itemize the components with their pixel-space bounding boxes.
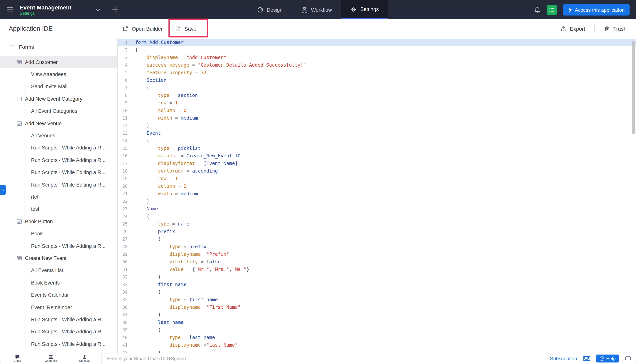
trash-button[interactable]: Trash: [604, 26, 626, 32]
code-line[interactable]: displayname ="Prefix": [132, 250, 635, 258]
code-line[interactable]: width = medium: [132, 190, 635, 198]
keyboard-icon[interactable]: [583, 356, 590, 361]
bell-icon[interactable]: [534, 6, 541, 13]
code-line[interactable]: type = prefix: [132, 243, 635, 250]
code-line[interactable]: displayname = "Add Customer": [132, 54, 635, 61]
tab-design[interactable]: Design: [248, 0, 292, 19]
code-line[interactable]: success message = "Customer Details Adde…: [132, 61, 635, 69]
hamburger-menu-icon[interactable]: [7, 7, 14, 12]
tab-settings[interactable]: Settings: [341, 0, 388, 19]
code-line[interactable]: ): [132, 349, 635, 353]
sidebar-item[interactable]: Run Scripts - While Adding a R...: [1, 338, 117, 350]
code-line[interactable]: last_name: [132, 318, 635, 326]
chevron-down-icon[interactable]: [95, 8, 100, 11]
code-editor[interactable]: 1234567891011121314151617181920212223242…: [118, 38, 635, 353]
code-line[interactable]: (: [132, 235, 635, 243]
save-icon: [175, 26, 181, 32]
code-line[interactable]: type = picklist: [132, 144, 635, 152]
ide-toolbar: Application IDE Open Builder Save Export: [1, 19, 635, 38]
line-number: 11: [118, 114, 132, 122]
code-line[interactable]: (: [132, 213, 635, 220]
code-line[interactable]: (: [132, 84, 635, 92]
subscription-link[interactable]: Subscription: [550, 356, 577, 361]
sidebar-item[interactable]: Run Scripts - While Adding a R...: [1, 240, 117, 252]
line-number: 9: [118, 99, 132, 107]
help-button[interactable]: ? Help: [596, 354, 619, 362]
code-line[interactable]: column = 1: [132, 182, 635, 190]
sidebar-item[interactable]: Book Events: [1, 276, 117, 289]
sidebar-item[interactable]: Run Scripts - While Editing a R...: [1, 166, 117, 178]
sidebar-item[interactable]: rtetf: [1, 191, 117, 203]
code-line[interactable]: ): [132, 198, 635, 205]
tab-workflow[interactable]: Workflow: [292, 0, 341, 19]
list-icon[interactable]: [547, 5, 557, 15]
sidebar-item[interactable]: Send Invite Mail: [1, 80, 117, 93]
sidebar-item[interactable]: Run Scripts - While Adding a R...: [1, 154, 117, 166]
code-line[interactable]: value = {"Mr.","Mrs.","Ms."}: [132, 266, 635, 273]
sidebar-item[interactable]: Add New Venue: [1, 117, 117, 130]
form-icon: [17, 121, 22, 126]
export-button[interactable]: Export: [560, 26, 585, 32]
code-line[interactable]: Name: [132, 205, 635, 213]
code-line[interactable]: values = Create_New_Event.ID: [132, 152, 635, 160]
contacts-button[interactable]: Contacts: [68, 354, 102, 364]
open-builder-button[interactable]: Open Builder: [122, 19, 163, 38]
code-line[interactable]: (: [132, 288, 635, 296]
sidebar-item[interactable]: Event_Remainder: [1, 301, 117, 314]
save-button[interactable]: Save: [175, 19, 197, 38]
app-switcher[interactable]: Event Management Settings: [20, 4, 95, 16]
sidebar-item[interactable]: Add New Event Category: [1, 93, 117, 105]
sidebar-item[interactable]: Run Scripts - While Adding a R...: [1, 142, 117, 154]
code-line[interactable]: visibility = false: [132, 258, 635, 266]
sidebar-item[interactable]: Run Scripts - While Adding a R...: [1, 313, 117, 326]
code-line[interactable]: column = 0: [132, 107, 635, 114]
sidebar-item[interactable]: All Venues: [1, 130, 117, 142]
channels-button[interactable]: Channels: [34, 354, 68, 364]
code-line[interactable]: ): [132, 311, 635, 318]
code-line[interactable]: ): [132, 273, 635, 281]
sidebar-item[interactable]: Events Calendar: [1, 289, 117, 301]
code-line[interactable]: Section: [132, 76, 635, 84]
code-line[interactable]: form Add_Customer: [132, 38, 635, 46]
code-line[interactable]: prefix: [132, 228, 635, 235]
chats-button[interactable]: Chats: [1, 354, 34, 364]
smart-chat-input[interactable]: [107, 356, 281, 361]
code-line[interactable]: displayname ="Last Name": [132, 341, 635, 349]
sidebar-item[interactable]: Book: [1, 228, 117, 240]
sidebar-item[interactable]: Add Customer: [1, 56, 117, 68]
sidebar-item[interactable]: Create New Event: [1, 252, 117, 264]
code-line[interactable]: first_name: [132, 281, 635, 288]
sidebar-item[interactable]: Run Scripts - While Adding a R...: [1, 326, 117, 338]
code-line[interactable]: (: [132, 326, 635, 334]
sidebar-item[interactable]: test: [1, 203, 117, 215]
code-line[interactable]: displayname ="First Name": [132, 304, 635, 311]
code-line[interactable]: type = first_name: [132, 296, 635, 304]
form-icon: [17, 96, 22, 102]
chats-icon: [15, 354, 20, 359]
code-line[interactable]: row = 1: [132, 175, 635, 182]
access-application-button[interactable]: Access this application: [563, 4, 629, 16]
code-line[interactable]: displayformat = [Event_Name]: [132, 160, 635, 167]
sidebar-item[interactable]: View Attendees: [1, 68, 117, 80]
code-line[interactable]: type = name: [132, 220, 635, 228]
code-line[interactable]: sortorder = ascending: [132, 167, 635, 175]
sidebar-item[interactable]: Run Scripts - While Editing a R...: [1, 178, 117, 191]
code-line[interactable]: type = section: [132, 92, 635, 99]
code-line[interactable]: {: [132, 46, 635, 54]
sidebar-item[interactable]: All Event Categories: [1, 105, 117, 117]
app-title: Event Management: [20, 4, 95, 11]
code-line[interactable]: ): [132, 122, 635, 130]
code-line[interactable]: feature property = 32: [132, 69, 635, 76]
sidebar-item[interactable]: All Events List: [1, 264, 117, 276]
code-line[interactable]: Event: [132, 130, 635, 137]
code-line[interactable]: width = medium: [132, 114, 635, 122]
code-line[interactable]: type = last_name: [132, 334, 635, 341]
add-application-icon[interactable]: [112, 7, 118, 13]
sidebar-item[interactable]: Book Button: [1, 215, 117, 228]
chat-widget-icon[interactable]: [625, 356, 631, 361]
sidebar-expand-toggle[interactable]: ›: [1, 185, 6, 195]
editor-scrollbar[interactable]: [632, 41, 635, 134]
forms-root[interactable]: Forms: [10, 42, 117, 52]
code-line[interactable]: row = 1: [132, 99, 635, 107]
code-line[interactable]: (: [132, 137, 635, 144]
